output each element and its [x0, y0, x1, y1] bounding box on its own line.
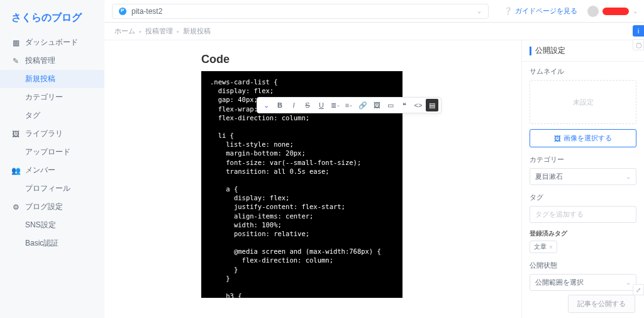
chevron-down-icon: ⌄ [626, 279, 631, 286]
image-button[interactable]: 🖼 [370, 99, 383, 111]
crumb-mgmt[interactable]: 投稿管理 [145, 26, 173, 36]
category-label: カテゴリー [530, 155, 636, 164]
category-select[interactable]: 夏目漱石 ⌄ [530, 168, 636, 185]
remove-tag-icon[interactable]: × [549, 244, 553, 251]
breadcrumb-separator: • [139, 28, 142, 35]
video-button[interactable]: ▭ [384, 99, 397, 111]
dashboard-icon: ▦ [11, 38, 20, 47]
editor-toolbar: ⌄ B I S U ≣⌄ ≡⌄ 🔗 🖼 ▭ ❝ <> ▤ [257, 97, 441, 113]
nav-category[interactable]: カテゴリー [0, 88, 104, 106]
tag-input[interactable]: タグを追加する [530, 206, 636, 223]
html-block-button[interactable]: ▤ [426, 99, 438, 111]
chevron-down-icon: ⌄ [626, 173, 631, 180]
align-button[interactable]: ≡⌄ [343, 99, 355, 111]
topbar: pita-test2 ⌄ ❔ ガイドページを見る ⌄ [104, 0, 644, 23]
accent-bar [530, 47, 531, 55]
registered-tags-label: 登録済みタグ [530, 229, 636, 238]
content-row: Code .news-card-list { display: flex; ga… [104, 40, 644, 318]
nav-basic-auth[interactable]: Basic認証 [0, 234, 104, 253]
nav-posts[interactable]: ✎ 投稿管理 [0, 52, 104, 70]
site-name: pita-test2 [131, 7, 162, 16]
thumbnail-label: サムネイル [530, 67, 636, 76]
posts-icon: ✎ [11, 57, 20, 65]
chevron-down-icon: ⌄ [633, 8, 638, 14]
visibility-value: 公開範囲を選択 [535, 278, 584, 287]
site-badge-icon [119, 8, 126, 15]
crumb-home[interactable]: ホーム [114, 26, 135, 36]
chevron-down-icon: ⌄ [477, 8, 482, 14]
underline-button[interactable]: U [315, 99, 328, 111]
nav-label: ライブラリ [25, 128, 63, 139]
nav-profile[interactable]: プロフィール [0, 179, 104, 198]
toolbar-dropdown[interactable]: ⌄ [260, 99, 272, 111]
link-button[interactable]: 🔗 [357, 99, 369, 111]
nav-library[interactable]: 🖼 ライブラリ [0, 125, 104, 143]
nav-label: ブログ設定 [25, 202, 63, 212]
crumb-current: 新規投稿 [183, 26, 211, 36]
username-redacted [602, 8, 629, 15]
site-selector[interactable]: pita-test2 ⌄ [112, 4, 489, 19]
nav-member[interactable]: 👥 メンバー [0, 161, 104, 179]
tag-label: タグ [530, 193, 636, 202]
category-value: 夏目漱石 [535, 172, 563, 181]
pick-image-label: 画像を選択する [564, 133, 612, 143]
visibility-select[interactable]: 公開範囲を選択 ⌄ [530, 274, 636, 291]
right-vertical-chips: i ▢ [633, 25, 644, 50]
editor-area: Code .news-card-list { display: flex; ga… [104, 40, 521, 318]
expand-chip-icon[interactable]: ⤢ [633, 284, 644, 295]
image-chip-icon[interactable]: ▢ [633, 39, 644, 50]
image-icon: 🖼 [554, 135, 561, 142]
nav-dashboard[interactable]: ▦ ダッシュボード [0, 33, 104, 52]
italic-button[interactable]: I [287, 99, 300, 111]
code-button[interactable]: <> [412, 99, 425, 111]
visibility-label: 公開状態 [530, 261, 636, 270]
member-icon: 👥 [11, 166, 20, 175]
nav-sns[interactable]: SNS設定 [0, 216, 104, 234]
nav-new-post[interactable]: 新規投稿 [0, 70, 104, 88]
sidebar: さくらのブログ ▦ ダッシュボード ✎ 投稿管理 新規投稿 カテゴリー タグ 🖼… [0, 0, 104, 318]
pick-image-button[interactable]: 🖼 画像を選択する [530, 129, 636, 147]
list-button[interactable]: ≣⌄ [329, 99, 341, 111]
breadcrumb: ホーム • 投稿管理 • 新規投稿 [104, 23, 644, 40]
settings-icon: ⚙ [11, 203, 20, 212]
guide-label: ガイドページを見る [515, 6, 577, 16]
right-rail: 公開設定 サムネイル 未設定 🖼 画像を選択する カテゴリー 夏目漱石 ⌄ [521, 40, 644, 318]
nav-label: 投稿管理 [25, 55, 55, 66]
bold-button[interactable]: B [274, 99, 286, 111]
rail-title-text: 公開設定 [535, 45, 565, 56]
avatar [587, 6, 599, 17]
library-icon: 🖼 [11, 130, 20, 139]
nav-label: メンバー [25, 165, 55, 176]
nav-tag[interactable]: タグ [0, 106, 104, 125]
help-icon: ❔ [504, 7, 513, 15]
info-chip-icon[interactable]: i [633, 25, 644, 37]
user-menu[interactable]: ⌄ [587, 6, 638, 17]
publish-button[interactable]: 記事を公開する [568, 295, 635, 313]
main: pita-test2 ⌄ ❔ ガイドページを見る ⌄ ホーム • 投稿管理 • … [104, 0, 644, 318]
nav-label: ダッシュボード [25, 37, 78, 48]
nav-upload[interactable]: アップロード [0, 143, 104, 161]
tag-chip-text: 文章 [534, 242, 547, 251]
block-heading[interactable]: Code [201, 53, 521, 66]
tag-chip[interactable]: 文章 × [530, 241, 557, 253]
quote-button[interactable]: ❝ [398, 99, 411, 111]
rail-title: 公開設定 [522, 40, 644, 62]
guide-button[interactable]: ❔ ガイドページを見る [499, 4, 582, 18]
thumbnail-placeholder[interactable]: 未設定 [530, 80, 636, 124]
nav-blog-setting[interactable]: ⚙ ブログ設定 [0, 198, 104, 216]
app-logo[interactable]: さくらのブログ [0, 8, 104, 33]
tag-placeholder: タグを追加する [535, 210, 584, 218]
strikethrough-button[interactable]: S [301, 99, 314, 111]
breadcrumb-separator: • [177, 28, 179, 35]
